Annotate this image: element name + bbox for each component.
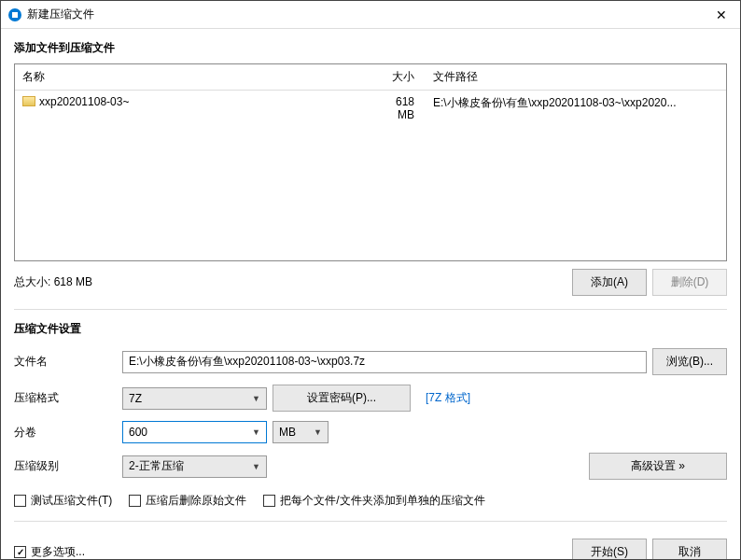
level-label: 压缩级别 (14, 458, 122, 474)
test-checkbox[interactable]: 测试压缩文件(T) (14, 493, 112, 509)
chevron-down-icon: ▼ (314, 427, 322, 437)
col-size[interactable]: 大小 (370, 66, 426, 88)
close-button[interactable]: ✕ (703, 1, 740, 29)
table-header: 名称 大小 文件路径 (15, 64, 726, 91)
filename-label: 文件名 (14, 354, 122, 370)
chevron-down-icon: ▼ (252, 427, 260, 437)
browse-button[interactable]: 浏览(B)... (652, 348, 727, 375)
cancel-button[interactable]: 取消 (652, 539, 727, 560)
advanced-button[interactable]: 高级设置 » (589, 453, 727, 480)
divider (14, 521, 727, 522)
titlebar: 新建压缩文件 ✕ (1, 1, 740, 29)
folder-icon (22, 96, 35, 106)
table-row[interactable]: xxp20201108-03~ 618 MB E:\小橡皮备份\有鱼\xxp20… (15, 91, 726, 126)
checkbox-icon (129, 495, 141, 507)
more-options-checkbox[interactable]: 更多选项... (14, 544, 85, 560)
checkbox-icon (263, 495, 275, 507)
format-combo[interactable]: 7Z▼ (122, 387, 267, 410)
cell-size: 618 MB (370, 92, 426, 124)
add-files-heading: 添加文件到压缩文件 (14, 40, 727, 56)
window-title: 新建压缩文件 (27, 7, 703, 22)
cell-path: E:\小橡皮备份\有鱼\xxp20201108-03~\xxp2020... (426, 92, 726, 124)
delete-after-checkbox[interactable]: 压缩后删除原始文件 (129, 493, 246, 509)
total-size-label: 总大小: 618 MB (14, 274, 92, 290)
level-combo[interactable]: 2-正常压缩▼ (122, 455, 267, 478)
set-password-button[interactable]: 设置密码(P)... (273, 385, 411, 412)
format-label: 压缩格式 (14, 390, 122, 406)
divider (14, 309, 727, 310)
add-button[interactable]: 添加(A) (572, 269, 647, 296)
file-table: 名称 大小 文件路径 xxp20201108-03~ 618 MB E:\小橡皮… (14, 63, 727, 261)
cell-name: xxp20201108-03~ (15, 92, 370, 124)
format-link[interactable]: [7Z 格式] (426, 390, 470, 406)
checkbox-checked-icon (14, 546, 26, 558)
checkbox-icon (14, 495, 26, 507)
chevron-down-icon: ▼ (252, 462, 260, 471)
col-path[interactable]: 文件路径 (426, 66, 726, 88)
split-unit-combo[interactable]: MB▼ (273, 421, 329, 443)
start-button[interactable]: 开始(S) (572, 539, 647, 560)
remove-button: 删除(D) (652, 269, 727, 296)
app-icon (8, 8, 21, 21)
settings-heading: 压缩文件设置 (14, 321, 727, 337)
split-label: 分卷 (14, 425, 122, 441)
chevron-down-icon: ▼ (252, 394, 260, 403)
each-separate-checkbox[interactable]: 把每个文件/文件夹添加到单独的压缩文件 (263, 493, 484, 509)
split-value-combo[interactable]: 600▼ (122, 421, 267, 443)
col-name[interactable]: 名称 (15, 66, 370, 88)
filename-input[interactable] (122, 351, 647, 373)
